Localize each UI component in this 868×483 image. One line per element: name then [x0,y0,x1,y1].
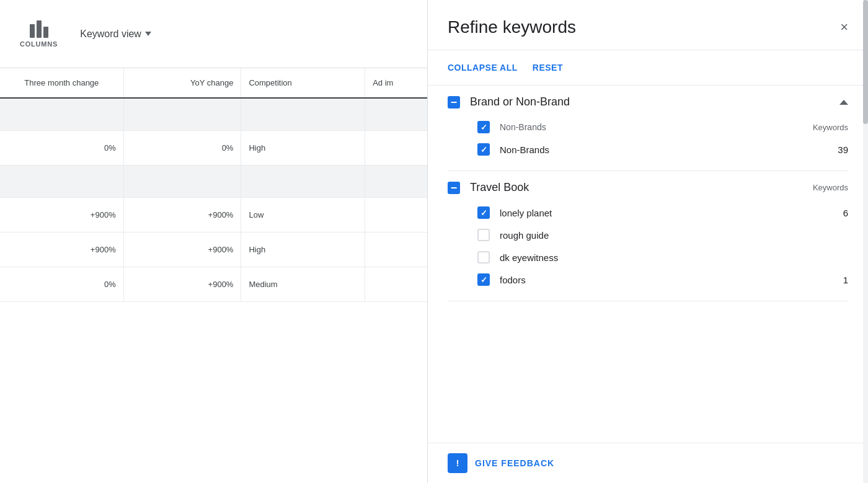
header-yoy: YoY change [124,68,242,97]
keywords-column-header: Keywords [813,123,848,132]
td-yoy: 0% [124,131,242,165]
feedback-icon: ! [448,453,467,473]
scrollbar-thumb[interactable] [863,0,868,124]
section-title-travel: Travel Book [470,181,803,194]
section-brand-or-non-brand: − Brand or Non-Brand ✓ Non-Brands Keywor… [448,86,848,171]
td-yoy [124,99,242,130]
checkbox-non-brands-parent[interactable]: ✓ [477,121,490,133]
list-item: rough guide [448,224,848,246]
unchecked-icon [477,251,490,264]
columns-button[interactable]: COLUMNS [12,16,65,53]
list-item: dk eyewitness [448,246,848,268]
list-item: ✓ lonely planet 6 [448,202,848,224]
td-competition [241,166,365,197]
keyword-view-label: Keyword view [80,29,141,40]
non-brands-parent-label: Non-Brands [500,122,803,132]
td-yoy: +900% [124,267,242,301]
left-panel: COLUMNS Keyword view Three month change … [0,0,428,483]
checked-icon: ✓ [477,273,490,286]
chevron-up-icon [839,100,848,105]
lonely-planet-count: 6 [830,208,848,218]
section-header-brand[interactable]: − Brand or Non-Brand [448,95,848,109]
td-competition: High [241,233,365,267]
section-title-brand: Brand or Non-Brand [470,95,830,109]
td-yoy [124,166,242,197]
dropdown-arrow-icon [145,32,151,36]
td-adim [365,99,427,130]
td-yoy: +900% [124,233,242,267]
td-competition: Medium [241,267,365,301]
checked-icon: ✓ [477,121,490,133]
table-row: +900% +900% Low [0,198,427,233]
td-competition [241,99,365,130]
refine-content: − Brand or Non-Brand ✓ Non-Brands Keywor… [428,86,868,443]
header-competition: Competition [241,68,365,97]
checked-icon: ✓ [477,143,490,156]
feedback-bar: ! GIVE FEEDBACK [428,443,868,483]
list-item: ✓ Non-Brands 39 [448,138,848,161]
keywords-header-travel: Keywords [813,183,848,192]
checkbox-dk-eyewitness[interactable] [477,251,490,264]
checkbox-rough-guide[interactable] [477,229,490,241]
lonely-planet-label: lonely planet [500,208,820,218]
td-yoy: +900% [124,198,242,232]
non-brands-child-label: Non-Brands [500,144,820,155]
section-checkbox-brand[interactable]: − [448,96,460,109]
td-three-month: +900% [0,233,124,267]
table-body: 0% 0% High +900% +900% Low +900% +900% H… [0,99,427,483]
refine-header: Refine keywords × [428,0,868,50]
dk-eyewitness-label: dk eyewitness [500,252,820,263]
close-button[interactable]: × [840,20,848,34]
list-item: ✓ fodors 1 [448,268,848,291]
section-travel-book: − Travel Book Keywords ✓ lonely planet 6 [448,171,848,301]
unchecked-icon [477,229,490,241]
td-adim [365,166,427,197]
td-competition: High [241,131,365,165]
td-three-month: +900% [0,198,124,232]
list-item: ✓ Non-Brands Keywords [448,116,848,138]
minus-checkbox-icon: − [448,96,460,109]
td-three-month: 0% [0,131,124,165]
checkbox-non-brands-child[interactable]: ✓ [477,143,490,156]
td-adim [365,233,427,267]
fodors-count: 1 [830,275,848,285]
table-row [0,166,427,198]
section-header-travel[interactable]: − Travel Book Keywords [448,181,848,194]
table-row: +900% +900% High [0,233,427,267]
toolbar: COLUMNS Keyword view [0,0,427,68]
right-panel: Refine keywords × COLLAPSE ALL RESET − B… [428,0,868,483]
refine-title: Refine keywords [448,17,576,37]
table-row: 0% 0% High [0,131,427,166]
checked-icon: ✓ [477,206,490,219]
checkbox-fodors[interactable]: ✓ [477,273,490,286]
give-feedback-button[interactable]: GIVE FEEDBACK [475,458,554,468]
rough-guide-label: rough guide [500,230,820,241]
columns-icon [30,20,48,38]
refine-actions: COLLAPSE ALL RESET [428,50,868,86]
non-brands-count: 39 [830,144,848,155]
header-adim: Ad im [365,68,427,97]
keyword-view-button[interactable]: Keyword view [80,29,151,40]
collapse-all-button[interactable]: COLLAPSE ALL [448,60,518,75]
scrollbar[interactable] [863,0,868,483]
td-adim [365,131,427,165]
fodors-label: fodors [500,275,820,285]
td-adim [365,267,427,301]
td-three-month [0,166,124,197]
minus-checkbox-icon: − [448,182,460,194]
table-header: Three month change YoY change Competitio… [0,68,427,99]
td-three-month [0,99,124,130]
table-row: 0% +900% Medium [0,267,427,302]
header-three-month: Three month change [0,68,124,97]
td-three-month: 0% [0,267,124,301]
section-checkbox-travel[interactable]: − [448,182,460,194]
reset-button[interactable]: RESET [533,60,563,75]
td-adim [365,198,427,232]
columns-label: COLUMNS [20,40,58,48]
table-row [0,99,427,131]
checkbox-lonely-planet[interactable]: ✓ [477,206,490,219]
td-competition: Low [241,198,365,232]
